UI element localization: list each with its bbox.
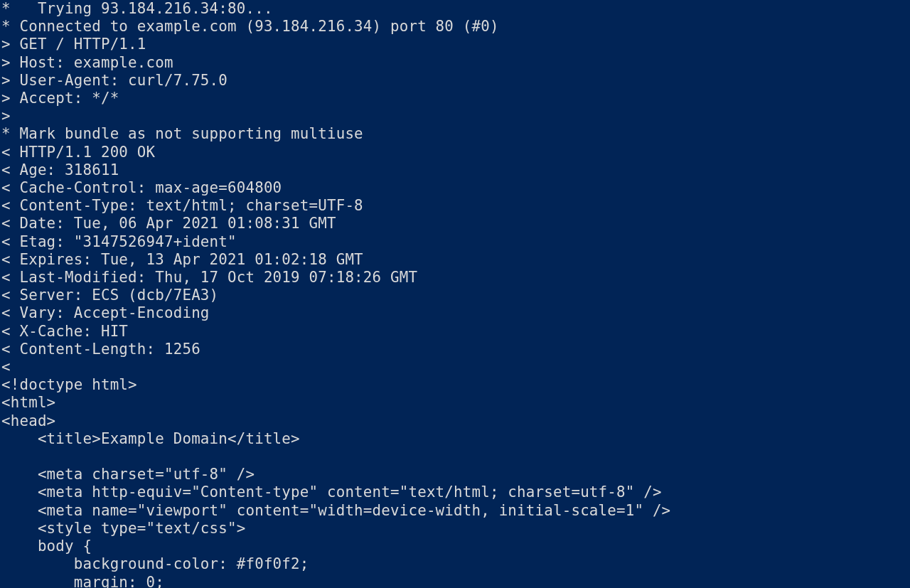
terminal-output[interactable]: * Trying 93.184.216.34:80... * Connected… [0,0,910,588]
